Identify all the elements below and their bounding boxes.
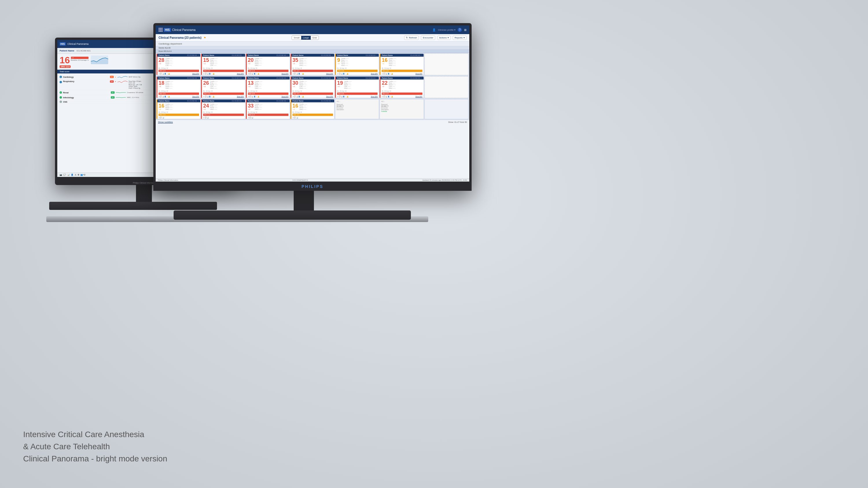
patient-card-placeholder-r2 (425, 76, 468, 98)
patient-card-empty-col (425, 99, 468, 119)
user-icon: 👤 (432, 28, 436, 32)
panorama-title: Clinical Panorama (23 patients) (159, 36, 202, 39)
show-eps-2[interactable]: Show EPS (281, 73, 288, 74)
action-icon-3: 📊 (67, 174, 70, 176)
renal-icon: R (60, 91, 62, 94)
left-title: Clinical Panorama (67, 42, 89, 45)
patient-card-5[interactable]: Patient Name ICU ACAW A01 ⋮ 16 ↑+1 Cardi… (380, 54, 424, 75)
patient-card-9[interactable]: Patient Name ICU ACAW A01 ⋮ 30 ↑+3 Cardi… (290, 76, 335, 98)
patient-grid-row2: Patient Name ICU ACAW A01 ⋮ 18 ↑+3 Cardi… (156, 76, 469, 99)
right-header-bar: HIS Clinical Panorama 👤 Clinician profil… (156, 26, 469, 34)
grid-footer: Show subtitles Show: 01-27 from 50 (156, 120, 469, 124)
right-screen-footer: Philips Clinical Informatics 0.0.0-SNAPS… (156, 178, 469, 182)
action-icon-7: 👥+2 (81, 174, 85, 176)
reports-arrow: ▾ (464, 36, 465, 39)
footer-version: 0.0.0-SNAPSHOT.0 (292, 179, 308, 181)
left-monitor-stand (136, 183, 152, 203)
show-eps-1[interactable]: Show EPS (237, 73, 244, 74)
patient-name-label: Patient Name (60, 50, 74, 52)
patient-card-15[interactable]: Patient Name ICU ACAW A01 ⋮ 16 ↑+1 Cardi… (290, 99, 335, 119)
encounter-button[interactable]: Encounter (421, 36, 435, 40)
reports-button[interactable]: Reports ▾ (453, 36, 466, 40)
grid-icon (159, 28, 163, 32)
action-icon-6: ⚙ (78, 174, 79, 176)
score-delta: +2 (71, 57, 89, 59)
respiratory-sparkline (118, 80, 128, 84)
svg-marker-0 (91, 58, 108, 64)
right-monitor: HIS Clinical Panorama 👤 Clinician profil… (153, 23, 472, 191)
show-eps-7[interactable]: Show EPS (237, 96, 244, 97)
bottom-line2: & Acute Care Telehealth (23, 441, 167, 453)
refresh-icon: ↻ (406, 36, 408, 39)
patient-card-12[interactable]: Patient Name ICU ACAW A01 ⋮ 16 ↑+1 Cardi… (157, 99, 200, 119)
patient-location: ICU ACAW A01 (77, 50, 91, 52)
sector-bar: Sector ALA B (156, 46, 469, 50)
show-eps-3[interactable]: Show EPS (326, 73, 333, 74)
action-icon-1: 📷 (60, 174, 62, 176)
left-chart (91, 56, 108, 64)
action-icon-5: ⚠ (75, 174, 76, 176)
expand-icon[interactable]: ⊞ (464, 28, 466, 32)
right-monitor-stand (294, 189, 314, 212)
show-eps-8[interactable]: Show EPS (281, 96, 288, 97)
pagination-info: Show: 01-27 from 50 (448, 121, 467, 123)
patient-card-0[interactable]: Patient Name ICU ACAW A01 ⋮ 28 ↑+3 Cardi… (157, 54, 200, 75)
refresh-button[interactable]: ↻ Refresh (404, 36, 418, 40)
bottom-line3: Clinical Panorama - bright mode version (23, 453, 167, 465)
patient-card-6[interactable]: Patient Name ICU ACAW A01 ⋮ 18 ↑+3 Cardi… (157, 76, 200, 98)
right-toolbar: Clinical Panorama (23 patients) ⚑ Small … (156, 34, 469, 42)
patient-card-4[interactable]: Patient Name ICU ACAW A01 ⋮ 9 ↑+3 Cardio… (335, 54, 379, 75)
patient-card-14[interactable]: Patient Name ICU ACAW A01 ⋮ 33 ↑+2 Cardi… (246, 99, 290, 119)
patient-card-7[interactable]: Patient Name ICU ACAW A01 ⋮ 26 ↑+3 Cardi… (201, 76, 245, 98)
show-eps-5[interactable]: Show EPS (415, 73, 423, 74)
bottom-text: Intensive Critical Care Anesthesia & Acu… (23, 428, 167, 465)
show-eps-9[interactable]: Show EPS (326, 96, 333, 97)
action-icon-2: 💬 (63, 174, 66, 176)
infectology-sparkline (116, 96, 126, 99)
infectology-icon: I (60, 96, 62, 99)
patient-card-2[interactable]: Patient Name ICU ACAW A01 ⋮ 20 ↑+2 Cardi… (246, 54, 290, 75)
footer-timestamp: Updated 15 minutes ago 05/18/2013 2:49 P… (423, 179, 467, 181)
help-icon[interactable]: ? (458, 28, 462, 32)
view-small-btn[interactable]: Small (292, 36, 301, 40)
view-large-btn[interactable]: Large (301, 36, 310, 40)
right-monitor-bezel: PHILIPS (153, 182, 472, 191)
show-subtitles[interactable]: Show subtitles (158, 121, 173, 124)
patient-card-1[interactable]: Patient Name ICU ACAW A01 ⋮ 15 ↑+1 Cardi… (201, 54, 245, 75)
patient-card-reserved-1: A01 ↕ Reserved: DD-MM-YY Encounter: Desc… (335, 99, 379, 119)
right-logo: HIS (164, 28, 171, 32)
patient-card-13[interactable]: Patient Name ICU ACAW A01 ⋮ 24 ↑+1 Cardi… (201, 99, 245, 119)
cns-icon: C (60, 101, 62, 103)
cardiology-icon: ♥ (60, 76, 62, 78)
renal-sparkline (116, 91, 126, 94)
philips-logo-right: PHILIPS (302, 184, 323, 189)
patient-card-8[interactable]: Patient Name ICU ACAW A01 ⋮ 13 ↑+3 Cardi… (246, 76, 290, 98)
patient-card-10[interactable]: Patient Name ICU ACAW A01 ⋮ 19 ↑+3 Cardi… (335, 76, 379, 98)
patient-grid-row3: Patient Name ICU ACAW A01 ⋮ 16 ↑+1 Cardi… (156, 99, 469, 120)
show-eps-10[interactable]: Show EPS (371, 96, 378, 97)
right-monitor-base (174, 210, 411, 220)
show-eps-11[interactable]: Show EPS (415, 96, 423, 97)
right-logo-group: HIS Clinical Panorama (159, 28, 195, 32)
flag-icon[interactable]: ⚑ (204, 36, 206, 39)
show-eps-6[interactable]: Show EPS (192, 96, 199, 97)
left-monitor-base (49, 202, 217, 210)
drs-badge: DRS 12.8 (60, 65, 71, 68)
show-eps-0[interactable]: Show EPS (192, 73, 199, 74)
respiratory-icon: ~ (60, 81, 62, 83)
left-logo: HIS (60, 42, 66, 46)
patient-card-3[interactable]: Patient Name ICU ACAW A01 ⋮ 35 ↑+3 Cardi… (290, 54, 335, 75)
actions-button[interactable]: Actions ▾ (437, 36, 451, 40)
left-screen-footer: Philips Clinical Informatics (133, 182, 156, 184)
patient-card-placeholder-r1 (425, 54, 468, 75)
card-footer-0: ⊞ 💬 📊 👤 ⚠ 🔔 · Show EPS (157, 72, 200, 75)
score-baseline: Baseline 10 Average: 6 (71, 59, 89, 61)
cardiology-sparkline (118, 75, 128, 78)
patient-card-11[interactable]: Patient Name ICU ACAW A01 ⋮ 22 ↑+3 Cardi… (380, 76, 424, 98)
show-eps-4[interactable]: Show EPS (371, 73, 378, 74)
main-score: 16 (60, 56, 70, 65)
bottom-line1: Intensive Critical Care Anesthesia (23, 428, 167, 441)
right-title: Clinical Panorama (172, 28, 195, 32)
clinician-profile[interactable]: Clinician profile ▾ (438, 29, 456, 31)
view-grid-btn[interactable]: Grid (311, 36, 318, 40)
